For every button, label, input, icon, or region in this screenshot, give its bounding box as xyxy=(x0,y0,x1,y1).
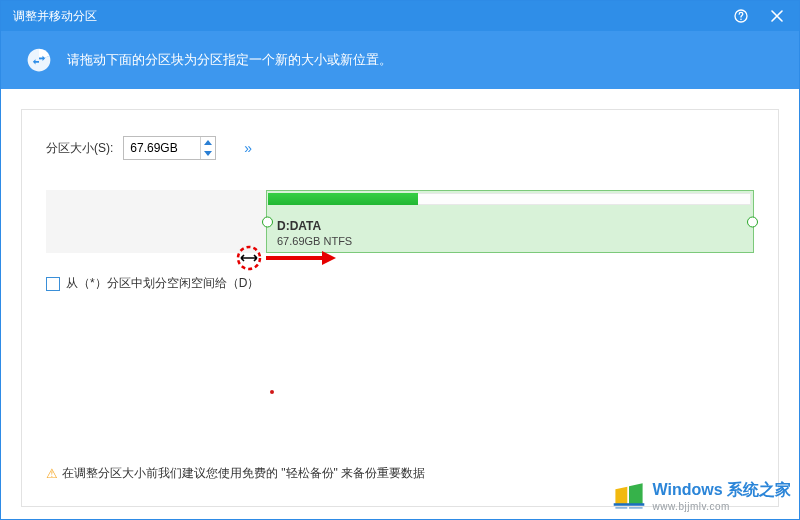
partition-name: D:DATA xyxy=(277,219,321,233)
partition-bar[interactable]: D:DATA 67.69GB NTFS xyxy=(46,190,754,253)
allocate-checkbox[interactable] xyxy=(46,277,60,291)
size-input[interactable] xyxy=(124,138,200,158)
backup-warning: ⚠ 在调整分区大小前我们建议您使用免费的 "轻松备份" 来备份重要数据 xyxy=(46,465,425,482)
size-label: 分区大小(S): xyxy=(46,140,113,157)
allocate-label: 从（*）分区中划分空闲空间给（D） xyxy=(66,275,259,292)
title-bar: 调整并移动分区 xyxy=(1,1,799,31)
window-title: 调整并移动分区 xyxy=(13,8,723,25)
expand-toggle[interactable]: » xyxy=(244,140,248,156)
watermark: Windows 系统之家 www.bjjmlv.com xyxy=(612,479,791,513)
warning-text: 在调整分区大小前我们建议您使用免费的 "轻松备份" 来备份重要数据 xyxy=(62,465,425,482)
partition-free-segment xyxy=(418,193,751,205)
size-input-combo[interactable] xyxy=(123,136,216,160)
partition-info: 67.69GB NTFS xyxy=(277,235,352,247)
watermark-text: Windows 系统之家 www.bjjmlv.com xyxy=(652,480,791,512)
content-panel: 分区大小(S): » D:DATA 67.69GB NTFS xyxy=(21,109,779,507)
watermark-title: Windows 系统之家 xyxy=(652,480,791,501)
help-icon xyxy=(734,9,748,23)
close-button[interactable] xyxy=(759,1,795,31)
help-button[interactable] xyxy=(723,1,759,31)
svg-point-1 xyxy=(740,19,742,21)
spinner-down-icon[interactable] xyxy=(201,148,215,159)
allocate-row: 从（*）分区中划分空闲空间给（D） xyxy=(46,275,754,292)
resize-handle-left[interactable] xyxy=(262,216,273,227)
partition-used-segment xyxy=(268,193,418,205)
annotation-dot xyxy=(270,390,274,394)
partition-block[interactable]: D:DATA 67.69GB NTFS xyxy=(266,190,754,253)
size-spinner[interactable] xyxy=(200,137,215,159)
spinner-up-icon[interactable] xyxy=(201,137,215,148)
partition-icon xyxy=(25,46,53,74)
warning-icon: ⚠ xyxy=(46,466,58,481)
windows-logo-icon xyxy=(612,479,646,513)
dialog-window: 调整并移动分区 请拖动下面的分区块为分区指定一个新的大小或新位置。 分区大小(S… xyxy=(0,0,800,520)
resize-handle-right[interactable] xyxy=(747,216,758,227)
watermark-url: www.bjjmlv.com xyxy=(652,501,791,512)
instruction-text: 请拖动下面的分区块为分区指定一个新的大小或新位置。 xyxy=(67,51,392,69)
instruction-banner: 请拖动下面的分区块为分区指定一个新的大小或新位置。 xyxy=(1,31,799,89)
close-icon xyxy=(771,10,783,22)
size-row: 分区大小(S): » xyxy=(46,136,754,160)
